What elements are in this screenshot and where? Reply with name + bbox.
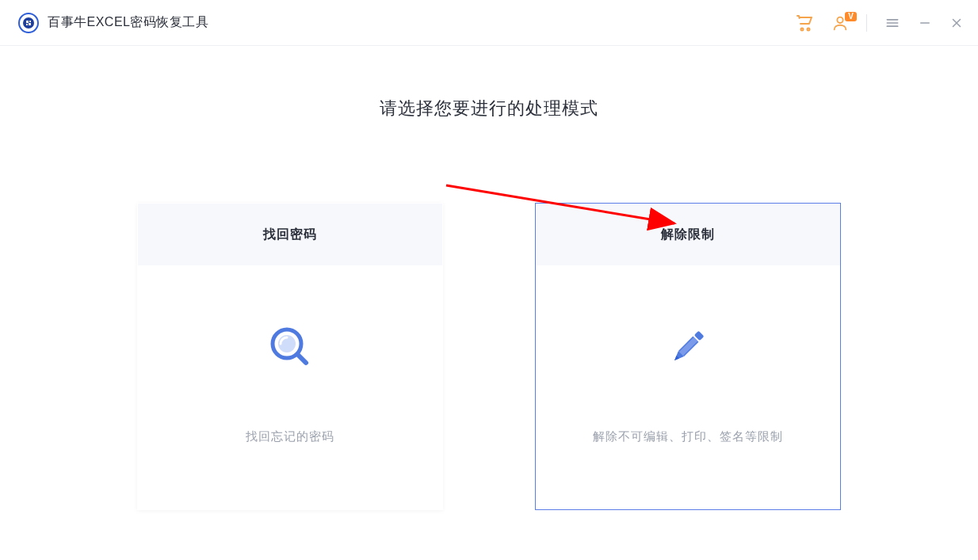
svg-rect-20 (679, 337, 697, 355)
titlebar-divider (866, 14, 867, 32)
svg-point-7 (808, 28, 810, 30)
vip-badge: V (845, 12, 857, 21)
app-logo-icon (17, 12, 40, 34)
close-icon[interactable] (949, 16, 964, 30)
svg-rect-2 (26, 21, 29, 23)
card-remove-restriction[interactable]: 解除限制 解除不可编辑、打印、签名等限制 (535, 203, 841, 510)
card-header: 解除限制 (536, 204, 840, 265)
titlebar-left: 百事牛EXCEL密码恢复工具 (17, 12, 208, 34)
pencil-icon (663, 322, 713, 372)
card-body: 找回忘记的密码 (138, 265, 442, 509)
svg-point-6 (801, 28, 804, 30)
main-content: 请选择您要进行的处理模式 找回密码 找回忘记的密码 解除限制 (0, 46, 978, 510)
svg-rect-5 (29, 23, 31, 25)
svg-rect-4 (26, 24, 28, 25)
svg-rect-3 (29, 21, 31, 22)
svg-line-17 (298, 355, 306, 363)
titlebar-right: V (795, 13, 964, 32)
card-desc: 解除不可编辑、打印、签名等限制 (593, 429, 783, 444)
cart-icon[interactable] (795, 13, 814, 32)
card-desc: 找回忘记的密码 (246, 429, 334, 444)
mode-cards: 找回密码 找回忘记的密码 解除限制 (137, 203, 841, 510)
card-body: 解除不可编辑、打印、签名等限制 (536, 265, 840, 509)
titlebar: 百事牛EXCEL密码恢复工具 V (0, 0, 978, 46)
svg-point-8 (837, 17, 842, 22)
card-recover-password[interactable]: 找回密码 找回忘记的密码 (137, 203, 443, 510)
app-title: 百事牛EXCEL密码恢复工具 (48, 14, 208, 31)
minimize-icon[interactable] (918, 16, 932, 30)
card-header: 找回密码 (138, 204, 442, 265)
account-icon[interactable]: V (831, 14, 849, 32)
page-heading: 请选择您要进行的处理模式 (380, 97, 598, 120)
hamburger-icon[interactable] (884, 15, 900, 31)
search-icon (265, 322, 315, 372)
